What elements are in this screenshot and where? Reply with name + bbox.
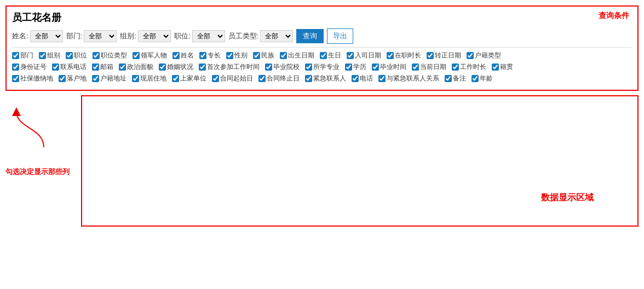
column-checkbox-毕业院校[interactable] bbox=[265, 63, 272, 71]
checkbox-section: 部门组别职位职位类型领军人物姓名专长性别民族出生日期生日入司日期在职时长转正日期… bbox=[12, 47, 632, 83]
export-button[interactable]: 导出 bbox=[327, 28, 353, 44]
column-checkbox-身份证号[interactable] bbox=[12, 63, 19, 71]
column-checkbox-label: 合同终止日 bbox=[267, 74, 300, 83]
checkbox-item: 上家单位 bbox=[172, 74, 206, 83]
column-checkbox-所学专业[interactable] bbox=[305, 63, 312, 71]
bottom-row: 勾选决定显示那些列 数据显示区域 bbox=[5, 95, 639, 227]
column-checkbox-社保缴纳地[interactable] bbox=[12, 75, 19, 82]
checkbox-item: 联系电话 bbox=[52, 62, 87, 72]
column-checkbox-label: 工作时长 bbox=[460, 62, 486, 72]
query-button[interactable]: 查询 bbox=[296, 29, 324, 43]
column-checkbox-label: 与紧急联系人关系 bbox=[387, 74, 439, 83]
filter-group-label: 组别: bbox=[120, 31, 136, 41]
column-checkbox-籍贯[interactable] bbox=[492, 63, 499, 71]
column-checkbox-当前日期[interactable] bbox=[412, 63, 419, 71]
checkbox-item: 生日 bbox=[320, 51, 341, 60]
column-checkbox-组别[interactable] bbox=[39, 52, 46, 59]
column-checkbox-户籍地址[interactable] bbox=[92, 75, 99, 82]
column-checkbox-label: 社保缴纳地 bbox=[20, 74, 53, 83]
column-checkbox-联系电话[interactable] bbox=[52, 63, 59, 71]
filter-name-select[interactable]: 全部 bbox=[30, 30, 63, 42]
checkbox-item: 职位类型 bbox=[93, 51, 127, 60]
annotation-text: 勾选决定显示那些列 bbox=[5, 166, 77, 177]
filter-dept-label: 部门: bbox=[66, 31, 83, 41]
column-checkbox-学历[interactable] bbox=[345, 63, 352, 71]
column-checkbox-户籍类型[interactable] bbox=[467, 52, 474, 59]
checkbox-row-2: 身份证号联系电话邮箱政治面貌婚姻状况首次参加工作时间毕业院校所学专业学历毕业时间… bbox=[12, 62, 632, 72]
column-checkbox-上家单位[interactable] bbox=[172, 75, 179, 82]
column-checkbox-首次参加工作时间[interactable] bbox=[199, 63, 206, 71]
column-checkbox-label: 婚姻状况 bbox=[167, 62, 193, 72]
column-checkbox-label: 生日 bbox=[328, 51, 341, 60]
column-checkbox-职位[interactable] bbox=[66, 52, 73, 59]
column-checkbox-工作时长[interactable] bbox=[452, 63, 459, 71]
column-checkbox-性别[interactable] bbox=[226, 52, 233, 59]
filter-emptype-select[interactable]: 全部 bbox=[260, 30, 293, 42]
checkbox-item: 现居住地 bbox=[132, 74, 166, 83]
checkbox-row-3: 社保缴纳地落户地户籍地址现居住地上家单位合同起始日合同终止日紧急联系人电话与紧急… bbox=[12, 74, 632, 83]
column-checkbox-职位类型[interactable] bbox=[93, 52, 100, 59]
column-checkbox-label: 备注 bbox=[453, 74, 466, 83]
column-checkbox-毕业时间[interactable] bbox=[372, 63, 379, 71]
column-checkbox-婚姻状况[interactable] bbox=[159, 63, 166, 71]
column-checkbox-姓名[interactable] bbox=[173, 52, 180, 59]
checkbox-item: 合同起始日 bbox=[212, 74, 253, 83]
column-checkbox-label: 邮箱 bbox=[100, 62, 113, 72]
column-checkbox-合同起始日[interactable] bbox=[212, 75, 219, 82]
column-checkbox-label: 性别 bbox=[234, 51, 248, 60]
checkbox-item: 与紧急联系人关系 bbox=[378, 74, 439, 83]
column-checkbox-生日[interactable] bbox=[320, 52, 327, 59]
filter-group-select[interactable]: 全部 bbox=[138, 30, 171, 42]
checkbox-item: 出生日期 bbox=[280, 51, 314, 60]
checkbox-item: 社保缴纳地 bbox=[12, 74, 53, 83]
checkbox-item: 学历 bbox=[345, 62, 366, 72]
column-checkbox-label: 组别 bbox=[47, 51, 60, 60]
column-checkbox-紧急联系人[interactable] bbox=[305, 75, 312, 82]
column-checkbox-label: 联系电话 bbox=[60, 62, 87, 72]
filter-dept-select[interactable]: 全部 bbox=[84, 30, 117, 42]
checkbox-item: 紧急联系人 bbox=[305, 74, 346, 83]
checkbox-item: 政治面貌 bbox=[119, 62, 153, 72]
column-checkbox-label: 职位类型 bbox=[101, 51, 127, 60]
column-checkbox-label: 民族 bbox=[261, 51, 274, 60]
checkbox-item: 婚姻状况 bbox=[159, 62, 193, 72]
column-checkbox-label: 毕业院校 bbox=[273, 62, 300, 72]
checkbox-item: 性别 bbox=[226, 51, 248, 60]
annotation-area: 勾选决定显示那些列 bbox=[5, 95, 77, 227]
column-checkbox-民族[interactable] bbox=[253, 52, 260, 59]
column-checkbox-label: 出生日期 bbox=[288, 51, 314, 60]
column-checkbox-与紧急联系人关系[interactable] bbox=[378, 75, 386, 82]
top-section: 员工花名册 查询条件 姓名: 全部 部门: 全部 组别: 全部 职位: 全部 bbox=[5, 5, 639, 91]
column-checkbox-label: 政治面貌 bbox=[127, 62, 153, 72]
filter-name-label: 姓名: bbox=[12, 31, 28, 41]
column-checkbox-现居住地[interactable] bbox=[132, 75, 139, 82]
column-checkbox-label: 领军人物 bbox=[141, 51, 167, 60]
column-checkbox-label: 学历 bbox=[353, 62, 366, 72]
column-checkbox-政治面貌[interactable] bbox=[119, 63, 126, 71]
column-checkbox-label: 合同起始日 bbox=[220, 74, 253, 83]
column-checkbox-入司日期[interactable] bbox=[347, 52, 354, 59]
column-checkbox-邮箱[interactable] bbox=[92, 63, 99, 71]
column-checkbox-年龄[interactable] bbox=[472, 75, 479, 82]
checkbox-item: 毕业院校 bbox=[265, 62, 300, 72]
column-checkbox-label: 当前日期 bbox=[420, 62, 446, 72]
filter-position: 职位: 全部 bbox=[174, 30, 225, 42]
column-checkbox-在职时长[interactable] bbox=[387, 52, 394, 59]
column-checkbox-合同终止日[interactable] bbox=[258, 75, 266, 82]
column-checkbox-专长[interactable] bbox=[199, 52, 206, 59]
column-checkbox-领军人物[interactable] bbox=[133, 52, 140, 59]
column-checkbox-备注[interactable] bbox=[445, 75, 452, 82]
checkbox-item: 领军人物 bbox=[133, 51, 167, 60]
column-checkbox-转正日期[interactable] bbox=[427, 52, 434, 59]
column-checkbox-落户地[interactable] bbox=[59, 75, 66, 82]
column-checkbox-电话[interactable] bbox=[352, 75, 359, 82]
column-checkbox-label: 户籍类型 bbox=[475, 51, 501, 60]
checkbox-item: 转正日期 bbox=[427, 51, 461, 60]
filter-position-select[interactable]: 全部 bbox=[192, 30, 225, 42]
data-area-label: 数据显示区域 bbox=[541, 192, 594, 204]
column-checkbox-label: 所学专业 bbox=[313, 62, 340, 72]
column-checkbox-label: 身份证号 bbox=[20, 62, 47, 72]
column-checkbox-label: 户籍地址 bbox=[100, 74, 127, 83]
column-checkbox-出生日期[interactable] bbox=[280, 52, 287, 59]
column-checkbox-部门[interactable] bbox=[12, 52, 19, 59]
